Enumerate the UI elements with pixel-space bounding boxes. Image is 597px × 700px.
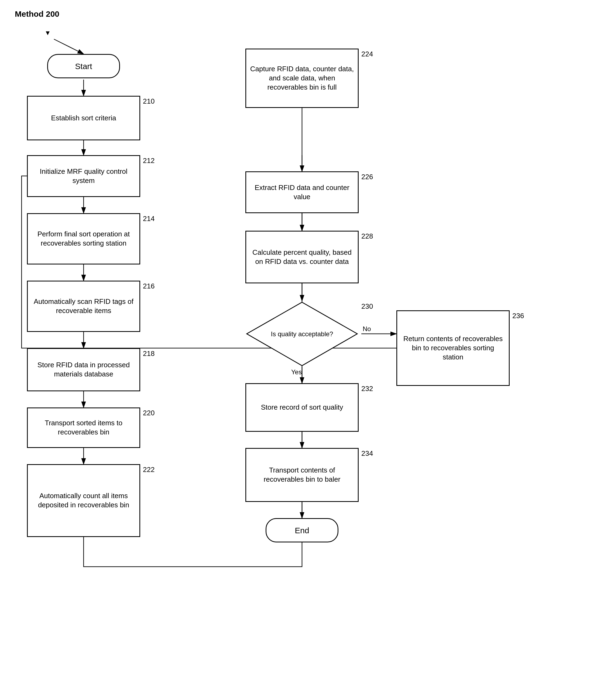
step-218: Store RFID data in processed materials d… (27, 348, 140, 391)
yes-label: Yes (291, 368, 302, 376)
step-234: Transport contents of recoverables bin t… (245, 448, 359, 502)
step-num-214: 214 (143, 215, 155, 223)
step-212: Initialize MRF quality control system (27, 155, 140, 197)
step-num-232: 232 (361, 384, 373, 393)
step-num-218: 218 (143, 349, 155, 358)
no-label: No (363, 325, 371, 333)
step-226: Extract RFID data and counter value (245, 171, 359, 213)
start-node: Start (47, 54, 120, 78)
step-num-234: 234 (361, 449, 373, 458)
step-num-224: 224 (361, 50, 373, 58)
step-num-236: 236 (512, 312, 524, 320)
step-214: Perform final sort operation at recovera… (27, 213, 140, 265)
svg-line-1 (54, 39, 84, 54)
step-num-222: 222 (143, 466, 155, 474)
step-num-220: 220 (143, 409, 155, 417)
step-220: Transport sorted items to recoverables b… (27, 407, 140, 448)
step-216: Automatically scan RFID tags of recovera… (27, 281, 140, 332)
method-label: Method 200 (15, 9, 59, 19)
step-224: Capture RFID data, counter data, and sca… (245, 49, 359, 108)
step-230-diamond-wrapper: Is quality acceptable? (245, 301, 359, 367)
step-236: Return contents of recoverables bin to r… (396, 310, 510, 386)
step-232: Store record of sort quality (245, 383, 359, 432)
step-num-230: 230 (361, 302, 373, 310)
end-node: End (266, 518, 338, 543)
step-210: Establish sort criteria (27, 96, 140, 140)
step-num-212: 212 (143, 156, 155, 165)
step-222: Automatically count all items deposited … (27, 464, 140, 537)
step-num-210: 210 (143, 97, 155, 105)
step-228: Calculate percent quality, based on RFID… (245, 231, 359, 283)
step-num-228: 228 (361, 232, 373, 241)
step-num-226: 226 (361, 173, 373, 181)
step-num-216: 216 (143, 282, 155, 290)
method-arrow-decoration: ▼ (45, 29, 51, 37)
diagram: Method 200 ▼ Start Establish sort criter… (0, 0, 597, 700)
